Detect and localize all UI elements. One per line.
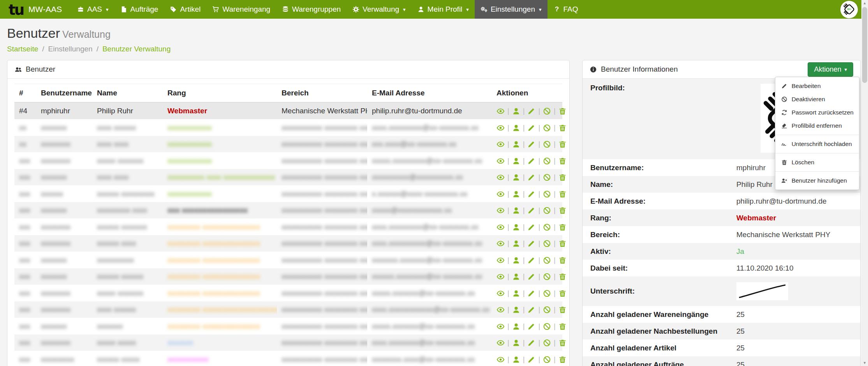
actions-dropdown-button[interactable]: Aktionen ▾: [808, 62, 853, 77]
view-user-icon[interactable]: [497, 239, 505, 248]
user-profile-icon[interactable]: [512, 289, 520, 297]
deactivate-user-icon[interactable]: [543, 322, 551, 331]
view-user-icon[interactable]: [497, 107, 505, 115]
breadcrumb-item-benutzer-verwaltung[interactable]: Benutzer Verwaltung: [102, 45, 171, 53]
table-row[interactable]: xxx xxxxxxxx xxxxx xxxxxxx xxxxxxxx xxxx…: [14, 285, 562, 301]
user-profile-icon[interactable]: [512, 223, 520, 231]
deactivate-user-icon[interactable]: [543, 355, 551, 364]
deactivate-user-icon[interactable]: [543, 173, 551, 181]
column-header-rang[interactable]: Rang: [163, 84, 277, 103]
nav-item-mein-profil[interactable]: Mein Profil ▾: [412, 0, 475, 19]
column-header-aktionen[interactable]: Aktionen: [492, 84, 562, 103]
nav-item-warengruppen[interactable]: Warengruppen: [276, 0, 347, 19]
deactivate-user-icon[interactable]: [543, 223, 551, 231]
edit-user-icon[interactable]: [527, 124, 535, 132]
scrollbar-up-arrow[interactable]: ▲: [861, 0, 868, 6]
table-row[interactable]: xxx xxxxxxxx xxxxx xxxxxxx xxxxxxxxxxxx …: [14, 152, 562, 169]
edit-user-icon[interactable]: [527, 239, 535, 248]
menu-item-profilbild-entfernen[interactable]: Profilbild entfernen: [775, 119, 859, 132]
delete-user-icon[interactable]: [558, 256, 567, 264]
column-header-e-mail-adresse[interactable]: E-Mail Adresse: [367, 84, 492, 103]
deactivate-user-icon[interactable]: [543, 140, 551, 148]
deactivate-user-icon[interactable]: [543, 306, 551, 314]
menu-item-benutzer-hinzuf-gen[interactable]: Benutzer hinzufügen: [775, 174, 859, 187]
nav-item-aas[interactable]: AAS ▾: [71, 0, 114, 19]
table-row[interactable]: xxx xxxxxxx xxxxxx xxxxxx xxxxxxxx xxxxx…: [14, 268, 562, 285]
menu-item-deaktivieren[interactable]: Deaktivieren: [775, 93, 859, 106]
deactivate-user-icon[interactable]: [543, 256, 551, 264]
table-row[interactable]: xx xxxxxxxx xxxx xxxx xxxxxxxxxxxx xxxxx…: [14, 136, 562, 152]
delete-user-icon[interactable]: [558, 107, 567, 115]
view-user-icon[interactable]: [497, 173, 505, 181]
edit-user-icon[interactable]: [527, 223, 535, 231]
table-row[interactable]: xxx xxxxxxxx xxxxxx xxxx xxxxxxxx xxxxxx…: [14, 235, 562, 252]
user-profile-icon[interactable]: [512, 157, 520, 165]
deactivate-user-icon[interactable]: [543, 107, 551, 115]
deactivate-user-icon[interactable]: [543, 239, 551, 248]
scrollbar-down-arrow[interactable]: ▼: [861, 360, 868, 366]
user-profile-icon[interactable]: [512, 355, 520, 364]
edit-user-icon[interactable]: [527, 107, 535, 115]
nav-item-wareneingang[interactable]: Wareneingang: [206, 0, 276, 19]
table-row[interactable]: xxx xxxxxxx xxxxxxxxxx xxxxxxxx xxxxxxxx…: [14, 252, 562, 268]
table-row[interactable]: xx xxxxxxx xxxx xxxxxx xxxxxxxxxxxx xxxx…: [14, 119, 562, 135]
edit-user-icon[interactable]: [527, 355, 535, 364]
menu-item-unterschrift-hochladen[interactable]: Unterschrift hochladen: [775, 137, 859, 151]
deactivate-user-icon[interactable]: [543, 289, 551, 297]
view-user-icon[interactable]: [497, 223, 505, 231]
column-header-benutzername[interactable]: Benutzername: [36, 84, 92, 103]
deactivate-user-icon[interactable]: [543, 157, 551, 165]
table-row[interactable]: xxx xxxxxxxx xxxxx xxxxx xxxxxxx xxxxxxx…: [14, 334, 562, 351]
table-row[interactable]: xxx xxxxxxxx xxxx xxxxxx xxxxxxxx xxxxxx…: [14, 301, 562, 318]
view-user-icon[interactable]: [497, 339, 505, 347]
delete-user-icon[interactable]: [558, 339, 567, 347]
edit-user-icon[interactable]: [527, 256, 535, 264]
column-header-name[interactable]: Name: [92, 84, 163, 103]
brand[interactable]: tu MW-AAS: [9, 0, 62, 19]
view-user-icon[interactable]: [497, 322, 505, 331]
user-profile-icon[interactable]: [512, 322, 520, 331]
view-user-icon[interactable]: [497, 124, 505, 132]
scrollbar[interactable]: ▲ ▼: [861, 0, 868, 366]
view-user-icon[interactable]: [497, 206, 505, 215]
user-profile-icon[interactable]: [512, 107, 520, 115]
user-profile-icon[interactable]: [512, 190, 520, 198]
delete-user-icon[interactable]: [558, 289, 567, 297]
edit-user-icon[interactable]: [527, 322, 535, 331]
delete-user-icon[interactable]: [558, 273, 567, 281]
deactivate-user-icon[interactable]: [543, 206, 551, 215]
table-row[interactable]: xxx xxxxxxx xxxxxxxxx xxxx xxx xxxxxxxxx…: [14, 202, 562, 218]
user-profile-icon[interactable]: [512, 140, 520, 148]
edit-user-icon[interactable]: [527, 157, 535, 165]
edit-user-icon[interactable]: [527, 339, 535, 347]
table-row[interactable]: #4 mphiruhr Philip Ruhr Webmaster Mechan…: [14, 102, 562, 119]
table-row[interactable]: xxx xxxxxxxxx xxxxxx xxxxx xxxxxxxxxx xx…: [14, 351, 562, 366]
edit-user-icon[interactable]: [527, 173, 535, 181]
user-profile-icon[interactable]: [512, 239, 520, 248]
edit-user-icon[interactable]: [527, 306, 535, 314]
delete-user-icon[interactable]: [558, 124, 567, 132]
scrollbar-thumb[interactable]: [862, 7, 867, 83]
view-user-icon[interactable]: [497, 140, 505, 148]
column-header-bereich[interactable]: Bereich: [277, 84, 367, 103]
delete-user-icon[interactable]: [558, 322, 567, 331]
nav-item-faq[interactable]: ? FAQ: [548, 0, 584, 19]
delete-user-icon[interactable]: [558, 173, 567, 181]
edit-user-icon[interactable]: [527, 289, 535, 297]
view-user-icon[interactable]: [497, 289, 505, 297]
menu-item-l-schen[interactable]: Löschen: [775, 156, 859, 169]
user-profile-icon[interactable]: [512, 124, 520, 132]
view-user-icon[interactable]: [497, 355, 505, 364]
deactivate-user-icon[interactable]: [543, 339, 551, 347]
breadcrumb-item-startseite[interactable]: Startseite: [7, 45, 38, 53]
table-row[interactable]: xxx xxxxxxx xxxx xxxx xxxxxxxxxx xxxx xx…: [14, 169, 562, 185]
view-user-icon[interactable]: [497, 190, 505, 198]
user-profile-icon[interactable]: [512, 173, 520, 181]
user-profile-icon[interactable]: [512, 339, 520, 347]
view-user-icon[interactable]: [497, 273, 505, 281]
table-row[interactable]: xxx xxxxxx xxxxxx xxxxxxxxx xxxxxxxxxxxx…: [14, 185, 562, 202]
edit-user-icon[interactable]: [527, 273, 535, 281]
delete-user-icon[interactable]: [558, 239, 567, 248]
delete-user-icon[interactable]: [558, 306, 567, 314]
user-profile-icon[interactable]: [512, 273, 520, 281]
